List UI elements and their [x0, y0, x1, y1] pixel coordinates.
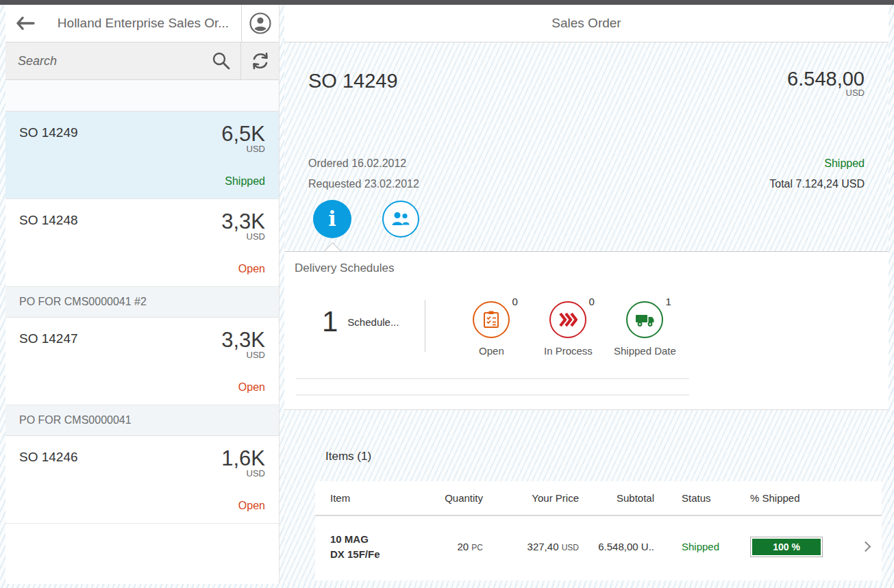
list-item-status: Open	[238, 263, 265, 275]
quantity-unit: PC	[471, 543, 483, 552]
delivery-schedules-section: Delivery Schedules 1 Schedule...	[284, 252, 889, 409]
list-item-amount: 3,3K	[221, 210, 265, 233]
refresh-icon	[249, 50, 271, 72]
order-status: Shipped	[769, 153, 865, 174]
icon-tab-bar: i	[313, 200, 419, 238]
cell-subtotal: 6.548,00 U..	[579, 541, 654, 552]
back-button[interactable]	[5, 5, 45, 42]
shipped-progress-bar: 100 %	[750, 537, 823, 557]
list-item-amount-block: 3,3K USD	[221, 329, 265, 360]
list-item-so-14249[interactable]: SO 14249 6,5K USD Shipped	[5, 112, 279, 199]
checklist-icon	[482, 310, 500, 329]
schedule-count: 1	[322, 307, 338, 337]
col-status: Status	[654, 492, 750, 504]
kpi-shipped-date[interactable]: 1 Shipped Date	[606, 301, 683, 357]
row-nav-button[interactable]	[849, 543, 882, 550]
detail-title: Sales Order	[551, 16, 621, 31]
kpi-in-process-label: In Process	[530, 345, 606, 357]
kpi-shipped-label: Shipped Date	[606, 345, 683, 357]
cell-quantity: 20 PC	[428, 541, 483, 552]
kpi-row: 1 Schedule...	[322, 292, 875, 357]
top-status-bar	[0, 0, 894, 5]
list-item-status: Open	[238, 500, 265, 512]
order-ordered-date: Ordered 16.02.2012	[308, 153, 419, 174]
search-field[interactable]	[5, 42, 240, 79]
kpi-open[interactable]: 0 Open	[453, 301, 530, 357]
kpi-in-process-circle	[549, 301, 586, 338]
facet-divider-line	[296, 378, 689, 379]
people-icon	[390, 211, 411, 227]
facet-divider-line	[296, 394, 689, 396]
order-amount: 6.548,00	[787, 67, 865, 90]
kpi-in-process[interactable]: 0 In Process	[530, 301, 606, 357]
order-status-block: Shipped Total 7.124,24 USD	[769, 153, 865, 194]
tab-contacts[interactable]	[382, 201, 419, 238]
group-header-partial	[5, 80, 279, 112]
schedule-count-facet[interactable]: 1 Schedule...	[322, 307, 399, 337]
master-panel: Holland Enterprise Sales Or...	[5, 5, 280, 584]
order-amount-block: 6.548,00 USD	[787, 67, 865, 98]
search-row	[5, 42, 279, 80]
sales-order-list: SO 14249 6,5K USD Shipped SO 14248 3,3K …	[5, 80, 279, 584]
list-item-amount-block: 1,6K USD	[221, 447, 265, 478]
table-row[interactable]: 10 MAG DX 15F/Fe 20 PC 327,40 USD 6.548,…	[315, 515, 882, 577]
refresh-button[interactable]	[240, 42, 279, 79]
col-item: Item	[315, 492, 428, 504]
detail-header: Sales Order	[284, 5, 889, 42]
list-item-so-14247[interactable]: SO 14247 3,3K USD Open	[5, 318, 279, 405]
master-header: Holland Enterprise Sales Or...	[5, 5, 279, 42]
object-header: SO 14249 6.548,00 USD Ordered 16.02.2012…	[284, 42, 889, 252]
price-value: 327,40	[527, 541, 559, 552]
cell-your-price: 327,40 USD	[483, 541, 579, 552]
col-subtotal: Subtotal	[579, 492, 654, 504]
list-item-amount: 3,3K	[221, 329, 265, 352]
items-title: Items (1)	[325, 450, 371, 463]
chevrons-icon	[558, 312, 578, 327]
list-item-status: Shipped	[225, 175, 265, 188]
col-your-price: Your Price	[483, 492, 579, 504]
search-icon[interactable]	[210, 51, 231, 71]
kpi-open-count: 0	[512, 296, 517, 307]
app-root: Holland Enterprise Sales Or...	[0, 0, 894, 588]
shipped-progress-fill: 100 %	[752, 539, 821, 555]
cell-status: Shipped	[654, 541, 750, 552]
selected-tab-notch	[323, 242, 341, 251]
account-button[interactable]	[241, 5, 279, 42]
items-section: Items (1) Item Quantity Your Price Subto…	[284, 409, 889, 584]
schedule-count-label: Schedule...	[347, 316, 399, 328]
truck-icon	[634, 311, 655, 328]
list-item-amount-block: 3,3K USD	[221, 210, 265, 242]
kpi-shipped-count: 1	[665, 296, 671, 307]
quantity-value: 20	[457, 541, 469, 552]
list-item-amount: 1,6K	[221, 447, 265, 470]
section-title: Delivery Schedules	[295, 261, 875, 275]
kpi-in-process-count: 0	[588, 296, 594, 307]
group-header: PO FOR CMS0000041 #2	[5, 287, 279, 318]
kpi-open-circle	[473, 301, 510, 338]
table-header-row: Item Quantity Your Price Subtotal Status…	[315, 481, 882, 515]
cell-item: 10 MAG DX 15F/Fe	[315, 532, 428, 562]
col-shipped: % Shipped	[750, 492, 849, 504]
items-table: Item Quantity Your Price Subtotal Status…	[315, 481, 882, 580]
kpi-shipped-circle	[626, 301, 663, 338]
cell-shipped: 100 %	[750, 537, 849, 557]
chevron-right-icon	[860, 541, 871, 552]
search-input[interactable]	[18, 54, 210, 68]
item-name-line2: DX 15F/Fe	[330, 547, 428, 562]
item-name-line1: 10 MAG	[330, 532, 428, 547]
kpi-open-label: Open	[453, 345, 530, 357]
list-item-so-14246[interactable]: SO 14246 1,6K USD Open	[5, 436, 279, 524]
list-item-so-14248[interactable]: SO 14248 3,3K USD Open	[5, 199, 279, 287]
tab-info[interactable]: i	[313, 200, 351, 238]
order-dates: Ordered 16.02.2012 Requested 23.02.2012	[308, 153, 419, 194]
master-title: Holland Enterprise Sales Or...	[45, 16, 241, 31]
detail-panel: Sales Order SO 14249 6.548,00 USD Ordere…	[284, 5, 889, 584]
order-total: Total 7.124,24 USD	[769, 174, 865, 194]
list-item-status: Open	[238, 381, 265, 394]
list-item-amount: 6,5K	[221, 123, 265, 146]
group-header: PO FOR CMS0000041	[5, 405, 279, 436]
info-icon: i	[328, 209, 336, 229]
person-icon	[249, 12, 272, 35]
price-unit: USD	[562, 543, 579, 552]
kpi-divider	[425, 300, 425, 352]
